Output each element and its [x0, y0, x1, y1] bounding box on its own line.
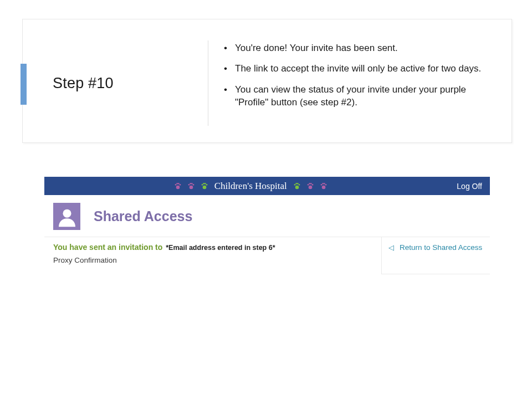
step-title: Step #10: [53, 75, 114, 92]
svg-point-7: [190, 183, 191, 185]
return-to-shared-access-link[interactable]: Return to Shared Access: [400, 243, 482, 253]
card-accent-bar: [21, 64, 27, 105]
svg-point-10: [202, 185, 206, 189]
confirmation-left: You have sent an invitation to *Email ad…: [44, 237, 381, 274]
svg-point-25: [321, 185, 325, 189]
svg-point-23: [310, 183, 312, 185]
svg-point-2: [176, 183, 178, 185]
header-center: Children's Hospital: [44, 181, 457, 192]
invite-prefix: You have sent an invitation to: [53, 243, 162, 252]
handprint-icon: [293, 182, 301, 191]
logoff-link[interactable]: Log Off: [457, 182, 482, 191]
svg-point-14: [206, 184, 207, 186]
avatar-icon: [53, 203, 80, 230]
portal-panel: Children's Hospital Log Off Shared Acces…: [44, 177, 490, 274]
svg-point-0: [176, 185, 180, 189]
svg-point-28: [324, 183, 325, 185]
svg-point-3: [178, 183, 180, 185]
handprint-icon: [173, 182, 182, 191]
svg-point-13: [204, 183, 206, 185]
svg-point-8: [191, 183, 193, 185]
svg-point-22: [309, 183, 310, 185]
svg-point-12: [203, 183, 204, 185]
card-left: Step #10: [53, 40, 208, 126]
svg-point-9: [192, 184, 194, 186]
card-inner: Step #10 You're done! Your invite has be…: [23, 19, 511, 142]
svg-point-27: [322, 183, 324, 185]
handprint-icon: [200, 182, 209, 191]
handprint-icon: [319, 182, 328, 191]
invite-line: You have sent an invitation to *Email ad…: [53, 243, 375, 252]
svg-point-26: [320, 184, 322, 186]
svg-point-29: [325, 184, 326, 186]
card-right: You're done! Your invite has been sent. …: [219, 40, 496, 126]
invite-email-placeholder: *Email address entered in step 6*: [166, 244, 275, 252]
svg-point-1: [175, 184, 176, 186]
hospital-title: Children's Hospital: [214, 181, 287, 192]
svg-point-15: [295, 185, 299, 189]
section-title: Shared Access: [94, 208, 192, 224]
proxy-confirmation-label: Proxy Confirmation: [53, 256, 375, 264]
svg-point-21: [307, 184, 309, 186]
step-card: Step #10 You're done! Your invite has be…: [22, 19, 512, 143]
step-bullet: You can view the status of your invite u…: [219, 83, 496, 109]
step-bullet: The link to accept the invite will only …: [219, 62, 496, 75]
return-box: ◁ Return to Shared Access: [381, 237, 490, 274]
svg-point-24: [311, 184, 313, 186]
section-header: Shared Access: [44, 195, 490, 237]
confirmation-row: You have sent an invitation to *Email ad…: [44, 237, 490, 274]
svg-point-4: [179, 184, 181, 186]
step-bullet: You're done! Your invite has been sent.: [219, 42, 496, 54]
svg-point-30: [63, 209, 71, 217]
svg-point-6: [188, 184, 190, 186]
svg-point-20: [308, 185, 312, 189]
svg-point-19: [298, 184, 300, 186]
handprint-icon: [306, 182, 315, 191]
card-divider: [208, 40, 208, 126]
svg-point-18: [297, 183, 299, 185]
svg-point-11: [201, 184, 203, 186]
step-bullet-list: You're done! Your invite has been sent. …: [219, 42, 496, 109]
triangle-left-icon: ◁: [388, 243, 394, 252]
portal-header: Children's Hospital Log Off: [44, 177, 490, 195]
svg-point-16: [294, 184, 295, 186]
handprint-icon: [187, 182, 196, 191]
svg-point-5: [189, 185, 193, 189]
svg-point-17: [295, 183, 297, 185]
